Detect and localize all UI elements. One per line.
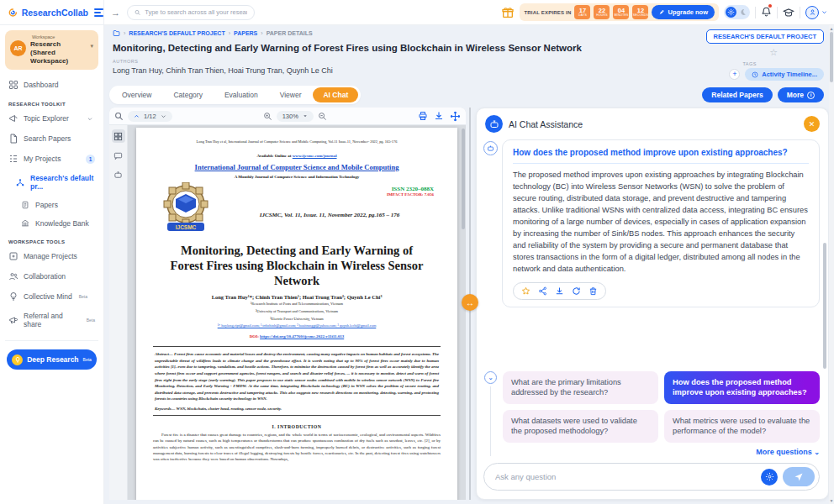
- regenerate-icon[interactable]: [572, 286, 581, 296]
- divider: [777, 7, 778, 18]
- sidebar-item-my-projects[interactable]: My Projects 1: [5, 149, 98, 169]
- workspace-switcher[interactable]: Workspace AR Research (Shared Workspace)…: [5, 30, 98, 70]
- annotations-icon[interactable]: [112, 149, 125, 162]
- panel-resize-handle[interactable]: ↔: [462, 294, 478, 311]
- print-icon[interactable]: [418, 111, 428, 121]
- tab-evaluation[interactable]: Evaluation: [214, 87, 268, 102]
- pdf-page: Long Tran Huy et al, International Journ…: [136, 128, 457, 500]
- user-menu[interactable]: [805, 6, 827, 19]
- sidebar-item-manage-projects[interactable]: Manage Projects: [5, 246, 98, 266]
- collaboration-icon: [8, 271, 18, 281]
- logo-icon: [8, 6, 18, 19]
- zoom-select[interactable]: 130%: [277, 111, 314, 122]
- collapse-suggestions-icon[interactable]: ⌄: [484, 371, 497, 384]
- tags-label: TAGS: [742, 61, 757, 66]
- chevron-down-icon: [85, 116, 95, 122]
- doi-link[interactable]: https://doi.org/10.47760/ijcsmc.2022.v11…: [260, 334, 344, 339]
- clock-icon: [752, 71, 758, 78]
- suggested-question-1[interactable]: What are the primary limitations address…: [503, 371, 658, 404]
- journal-logo-text: IJCSMC: [176, 224, 197, 230]
- journal-link[interactable]: www.ijcsmc.com/journal: [293, 154, 337, 158]
- related-papers-button[interactable]: Related Papers: [702, 87, 772, 102]
- workspace-label: Workspace: [32, 34, 93, 39]
- beta-badge: Beta: [83, 357, 92, 362]
- suggested-questions: ⌄ What are the primary limitations addre…: [477, 368, 828, 456]
- scroll-down-arrow[interactable]: ▼: [829, 498, 834, 503]
- divider: [5, 340, 98, 341]
- notifications-bell-icon[interactable]: [761, 5, 772, 20]
- zoom-in-icon[interactable]: [263, 112, 272, 121]
- sidebar-item-papers[interactable]: Papers: [5, 196, 98, 214]
- brand-area: ResearchCollab: [0, 0, 104, 24]
- more-button[interactable]: More i: [778, 87, 824, 102]
- scroll-up-arrow[interactable]: ▲: [829, 26, 834, 31]
- global-search[interactable]: [127, 5, 255, 20]
- activity-timeline-button[interactable]: Activity Timeline...: [745, 68, 824, 81]
- search-input[interactable]: [145, 8, 247, 16]
- more-questions-link[interactable]: More questions ⌄: [503, 448, 820, 456]
- document-icon: [8, 134, 18, 144]
- doc-journal-subtitle: A Monthly Journal of Computer Science an…: [153, 175, 441, 179]
- add-tag-button[interactable]: +: [729, 69, 740, 80]
- gift-icon: [501, 6, 515, 19]
- share-icon[interactable]: [538, 286, 547, 296]
- expand-arrow-icon[interactable]: →: [111, 8, 120, 18]
- pdf-scrollbar[interactable]: [462, 129, 465, 229]
- tab-category[interactable]: Category: [163, 87, 213, 102]
- doc-journal-title: International Journal of Computer Scienc…: [153, 163, 441, 171]
- beta-badge: Beta: [87, 318, 95, 323]
- notification-dot: [768, 3, 773, 8]
- page-up-icon[interactable]: [134, 113, 140, 119]
- suggested-question-2[interactable]: How does the proposed method improve upo…: [664, 371, 820, 404]
- delete-icon[interactable]: [589, 286, 598, 296]
- tab-overview[interactable]: Overview: [112, 87, 161, 102]
- zoom-out-icon[interactable]: [318, 112, 327, 121]
- doc-affiliation: ³Electric Power University, Vietnam: [153, 317, 441, 323]
- favorite-star-icon[interactable]: ☆: [769, 47, 778, 58]
- chat-input[interactable]: [495, 472, 756, 481]
- main-content: › RESEARCH'S DEFAULT PROJECT › PAPERS › …: [104, 25, 834, 504]
- close-chat-button[interactable]: ✕: [804, 116, 820, 132]
- home-folder-icon[interactable]: [113, 29, 120, 37]
- tab-ai-chat[interactable]: AI Chat: [313, 87, 358, 102]
- doc-section-heading: I. INTRODUCTION: [153, 424, 441, 429]
- nav-right: TRIAL EXPIRES IN 17DAYS 22HOURS 04MINUTE…: [501, 3, 834, 21]
- sidebar-item-collective-mind[interactable]: Collective Mind Beta: [5, 286, 98, 307]
- project-badge-button[interactable]: RESEARCH'S DEFAULT PROJECT: [706, 29, 825, 44]
- pdf-scroll-area[interactable]: Long Tran Huy et al, International Journ…: [128, 125, 466, 500]
- sidebar-item-knowledge-bank[interactable]: Knowledge Bank: [5, 214, 98, 233]
- pdf-search-icon[interactable]: [114, 112, 124, 121]
- pdf-chatbot-icon[interactable]: [112, 168, 125, 181]
- suggested-question-4[interactable]: What metrics were used to evaluate the p…: [664, 410, 820, 443]
- sidebar-item-search-papers[interactable]: Search Papers: [5, 129, 98, 149]
- panel-divider: ↔: [466, 108, 474, 500]
- tab-viewer[interactable]: Viewer: [270, 87, 312, 102]
- sidebar-item-collaboration[interactable]: Collaboration: [5, 266, 98, 286]
- breadcrumb-papers[interactable]: PAPERS: [234, 30, 257, 36]
- sidebar-item-referral[interactable]: Referral and share Beta: [5, 307, 98, 333]
- theme-toggle[interactable]: [724, 5, 750, 19]
- menu-icon[interactable]: [94, 8, 103, 17]
- sidebar-item-default-project[interactable]: Research's default pr...: [5, 169, 98, 196]
- chat-settings-button[interactable]: [761, 469, 778, 486]
- chat-messages[interactable]: How does the proposed method improve upo…: [477, 138, 828, 368]
- favorite-icon[interactable]: [521, 286, 530, 296]
- page-down-icon[interactable]: [161, 113, 166, 119]
- pan-move-icon[interactable]: [450, 111, 461, 122]
- deep-research-button[interactable]: Deep Research Beta: [7, 349, 97, 370]
- download-icon[interactable]: [434, 111, 444, 121]
- thumbnails-icon[interactable]: [112, 129, 125, 143]
- download-answer-icon[interactable]: [555, 286, 564, 296]
- upgrade-button[interactable]: Upgrade now: [652, 5, 715, 19]
- chat-input-bar: [483, 463, 820, 491]
- sidebar-item-topic-explorer[interactable]: Topic Explorer: [5, 108, 98, 129]
- suggested-question-3[interactable]: What datasets were used to validate the …: [503, 410, 658, 443]
- academy-cap-icon[interactable]: [783, 7, 794, 18]
- doc-impact-factor: IMPACT FACTOR: 7.056: [219, 192, 441, 197]
- sidebar-item-dashboard[interactable]: Dashboard: [5, 75, 98, 95]
- chat-scrollbar[interactable]: [823, 243, 826, 369]
- send-button[interactable]: [783, 467, 815, 486]
- scrollbar-thumb[interactable]: [830, 32, 833, 82]
- breadcrumb-project[interactable]: RESEARCH'S DEFAULT PROJECT: [129, 30, 224, 36]
- window-scrollbar[interactable]: ▲ ▼: [829, 25, 834, 504]
